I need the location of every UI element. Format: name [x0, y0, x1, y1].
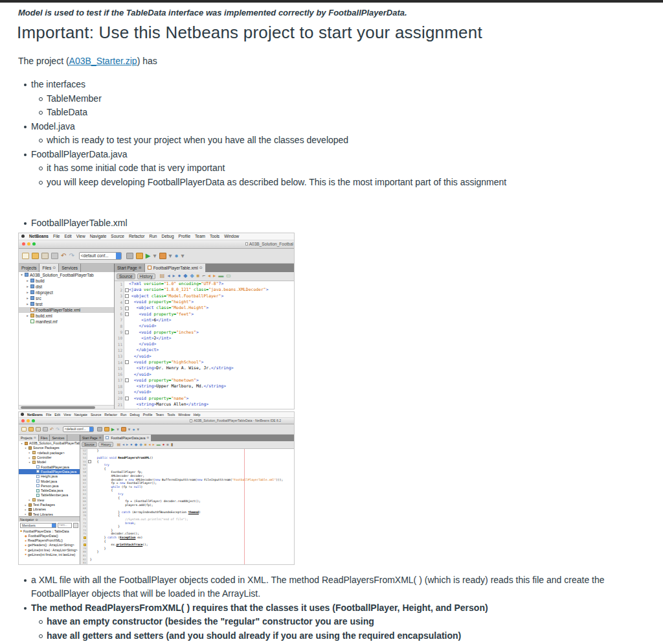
clean-build-icon[interactable] — [104, 427, 109, 431]
tree-item-test[interactable]: ▸test — [19, 301, 114, 307]
build-project-icon[interactable] — [126, 253, 133, 259]
tree-item-build[interactable]: ▸build — [19, 278, 114, 284]
debug-project-icon[interactable] — [159, 253, 166, 259]
history-button[interactable]: History — [137, 273, 155, 279]
expand-arrow-icon[interactable]: ▸ — [26, 296, 29, 300]
back-icon[interactable]: ◂ — [122, 443, 124, 446]
menu-help[interactable]: Help — [194, 413, 201, 417]
tree-item-dist[interactable]: ▸dist — [19, 284, 114, 290]
menu-window[interactable]: Window — [224, 234, 239, 238]
menu-profile[interactable]: Profile — [179, 234, 190, 238]
run-project-icon[interactable]: ▶ — [146, 253, 151, 259]
save-all-icon[interactable] — [43, 427, 48, 431]
expand-arrow-icon[interactable]: ▸ — [26, 302, 29, 306]
config-dropdown[interactable]: <default conf... — [63, 426, 94, 432]
zoom-window-icon[interactable] — [32, 242, 36, 246]
profile-project-icon[interactable]: ● — [132, 427, 135, 431]
collapse-arrow-icon[interactable]: ▾ — [24, 446, 27, 450]
clean-build-icon[interactable] — [136, 253, 143, 259]
dropdown-stepper-icon[interactable] — [116, 253, 121, 259]
debug-project-icon[interactable] — [121, 427, 126, 431]
menu-tools[interactable]: Tools — [210, 234, 219, 238]
run-dropdown-icon[interactable]: ▾ — [117, 427, 119, 431]
code-fold-icon[interactable] — [124, 287, 129, 293]
tree-item-libraries[interactable]: ▸Libraries — [19, 507, 80, 512]
source-button[interactable]: Source — [117, 273, 135, 279]
toggle-highlight-icon[interactable]: ■ — [144, 443, 147, 446]
tab-start-page[interactable]: Start Page⊗ — [80, 435, 104, 441]
forward-icon[interactable]: ▸ — [172, 273, 175, 279]
apple-icon[interactable] — [21, 235, 25, 238]
shift-left-icon[interactable]: ◂ — [208, 273, 210, 279]
tree-item-src[interactable]: ▸src — [19, 295, 114, 301]
tree-item-a03b-solution-footballplayertabled[interactable]: ▾A03B_Solution_FootballPlayerTableD — [19, 441, 80, 446]
menu-edit[interactable]: Edit — [64, 234, 71, 238]
comment-icon[interactable]: ▬ — [157, 443, 161, 446]
expand-arrow-icon[interactable]: ▸ — [24, 512, 27, 516]
tree-item-default-package[interactable]: ▸<default package> — [19, 450, 80, 455]
back-icon[interactable]: ◂ — [167, 273, 170, 279]
menu-view[interactable]: View — [63, 413, 71, 417]
comment-icon[interactable]: ▬ — [218, 273, 223, 279]
expand-arrow-icon[interactable]: ▸ — [24, 503, 27, 507]
tree-item-controller[interactable]: ▸Controller — [19, 455, 80, 459]
previous-bookmark-icon[interactable]: ⌐ — [202, 273, 205, 279]
tree-item-a03b-solution-footballplayertab[interactable]: ▾A03B_Solution_FootballPlayerTab — [19, 272, 114, 278]
collapse-arrow-icon[interactable]: ▾ — [20, 273, 23, 277]
tree-item-person-java[interactable]: Person.java — [19, 483, 80, 488]
tree-item-test-packages[interactable]: ▸Test Packages — [19, 502, 80, 507]
menu-run[interactable]: Run — [120, 413, 127, 417]
tree-item-nbproject[interactable]: ▸nbproject — [19, 290, 114, 295]
zoom-window-icon[interactable] — [32, 419, 35, 422]
active-dot-icon[interactable]: ⊙ — [34, 436, 36, 439]
menu-profile[interactable]: Profile — [143, 413, 153, 417]
tab-footballplayerdata-java[interactable]: FootballPlayerData.java⊙ — [104, 435, 152, 441]
new-project-icon[interactable] — [28, 427, 34, 431]
minimize-window-icon[interactable] — [27, 242, 30, 246]
menu-navigate[interactable]: Navigate — [74, 413, 87, 417]
undo-icon[interactable]: ↶ — [61, 253, 66, 259]
menu-netbeans[interactable]: NetBeans — [27, 413, 43, 417]
tree-item-footballplayertable-xml[interactable]: FootballPlayerTable.xml — [19, 307, 114, 313]
debug-dropdown-icon[interactable]: ▾ — [169, 253, 172, 259]
collapse-arrow-icon[interactable]: ▾ — [20, 442, 23, 445]
expand-arrow-icon[interactable]: ▸ — [26, 279, 29, 282]
tree-item-model-java[interactable]: Model.java — [19, 479, 80, 483]
code-fold-icon[interactable] — [124, 359, 129, 365]
menu-edit[interactable]: Edit — [54, 413, 60, 417]
profile-dropdown-icon[interactable]: ▾ — [181, 253, 185, 259]
open-project-icon[interactable] — [41, 253, 49, 259]
menu-file[interactable]: File — [53, 234, 60, 238]
shift-right-icon[interactable]: ▸ — [213, 273, 216, 279]
window-title-bar[interactable]: A03B_Solution_FootballPlayerTableData - … — [19, 418, 294, 424]
menu-run[interactable]: Run — [150, 234, 157, 238]
close-tab-icon[interactable]: ⊗ — [99, 436, 102, 439]
active-dot-icon[interactable]: ⊙ — [199, 266, 203, 270]
tab-services[interactable]: Services — [59, 264, 81, 272]
profile-project-icon[interactable]: ● — [175, 253, 179, 259]
menu-window[interactable]: Window — [178, 413, 190, 417]
expand-arrow-icon[interactable]: ▸ — [28, 498, 31, 501]
expand-arrow-icon[interactable]: ▸ — [24, 508, 27, 511]
code-fold-icon[interactable] — [124, 395, 129, 401]
redo-icon[interactable]: ↷ — [56, 427, 60, 431]
navigator-filter-input[interactable]: <em... — [58, 523, 72, 528]
menu-refactor[interactable]: Refactor — [129, 234, 145, 238]
save-all-icon[interactable] — [51, 253, 58, 259]
tab-services[interactable]: Services — [50, 435, 67, 441]
menu-debug[interactable]: Debug — [161, 234, 174, 238]
forward-icon[interactable]: ▸ — [126, 443, 128, 446]
tree-item-build-xml[interactable]: ▸build.xml — [19, 313, 114, 319]
tree-item-footballplayerdata-java[interactable]: FootballPlayerData.java — [19, 469, 80, 474]
code-fold-icon[interactable] — [124, 293, 129, 299]
config-dropdown[interactable]: <default conf... — [79, 252, 122, 260]
close-window-icon[interactable] — [21, 419, 25, 422]
tab-footballplayertable-xml[interactable]: FootballPlayerTable.xml⊙ — [145, 264, 206, 272]
scrollbar-thumb[interactable] — [21, 406, 95, 409]
menu-tools[interactable]: Tools — [167, 413, 175, 417]
tree-item-manifest-mf[interactable]: manifest.mf — [19, 319, 114, 325]
tab-files[interactable]: Files⊙ — [39, 264, 59, 272]
profile-point-icon[interactable]: ● — [163, 443, 165, 446]
tree-item-tabledata-java[interactable]: TableData.java — [19, 488, 80, 492]
xml-code-editor[interactable]: 1<?xml version="1.0" encoding="UTF-8"?>2… — [115, 281, 294, 409]
